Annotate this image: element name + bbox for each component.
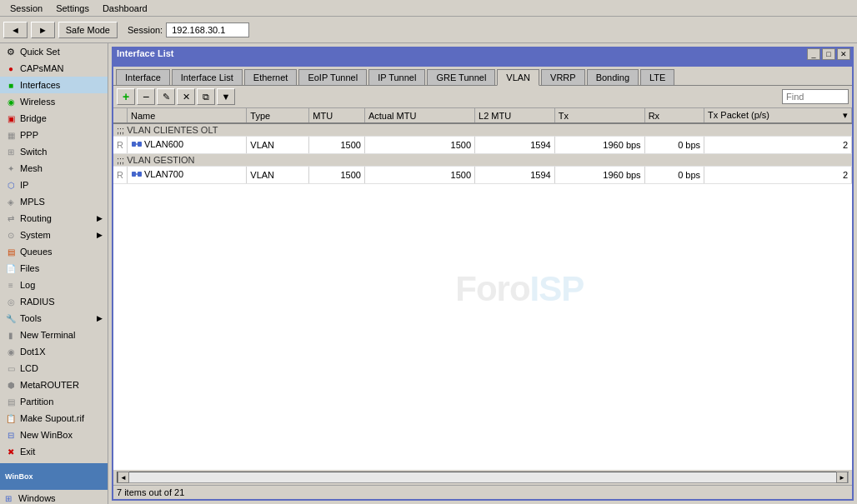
tab-interface-list[interactable]: Interface List: [172, 69, 243, 85]
section-vlan-clientes: ;;; VLAN CLIENTES OLT: [113, 123, 852, 137]
edit-button[interactable]: ✎: [157, 88, 175, 105]
sidebar-item-dot1x[interactable]: ◉ Dot1X: [0, 343, 108, 360]
menu-settings[interactable]: Settings: [49, 2, 96, 15]
col-header-mtu[interactable]: MTU: [309, 108, 365, 123]
sidebar-item-capsman[interactable]: ● CAPsMAN: [0, 60, 108, 77]
sidebar-item-queues[interactable]: ▤ Queues: [0, 243, 108, 260]
menu-dashboard[interactable]: Dashboard: [96, 2, 154, 15]
session-label: Session:: [128, 25, 163, 35]
horizontal-scrollbar[interactable]: ◄ ►: [117, 472, 849, 483]
close-button[interactable]: ✕: [837, 48, 850, 60]
tab-lte[interactable]: LTE: [640, 69, 674, 85]
safe-mode-button[interactable]: Safe Mode: [58, 22, 118, 38]
sidebar-item-metarouter[interactable]: ⬢ MetaROUTER: [0, 377, 108, 393]
session-ip: 192.168.30.1: [166, 22, 249, 37]
col-header-type[interactable]: Type: [247, 108, 309, 123]
delete-button[interactable]: ✕: [177, 88, 195, 105]
row-l2mtu: 1594: [475, 167, 555, 184]
table-toolbar: + − ✎ ✕ ⧉ ▼: [113, 86, 852, 108]
sidebar-item-windows[interactable]: ⊞ Windows: [0, 490, 108, 504]
partition-icon: ▤: [5, 396, 17, 407]
scroll-track[interactable]: [129, 472, 836, 482]
files-icon: 📄: [5, 262, 17, 274]
add-button[interactable]: +: [117, 88, 135, 105]
wireless-icon: ◉: [5, 96, 17, 107]
filter-button[interactable]: ▼: [217, 88, 235, 105]
sidebar-item-bridge[interactable]: ▣ Bridge: [0, 110, 108, 127]
copy-button[interactable]: ⧉: [197, 88, 215, 105]
row-actual-mtu: 1500: [364, 167, 474, 184]
row-txpkt: 2: [704, 137, 852, 154]
col-header-actual-mtu[interactable]: Actual MTU: [364, 108, 474, 123]
mpls-icon: ◈: [5, 196, 17, 207]
vlan-icon: [131, 168, 143, 180]
terminal-icon: ▮: [5, 329, 17, 341]
col-header-name[interactable]: Name: [127, 108, 246, 123]
sidebar-item-ppp[interactable]: ▦ PPP: [0, 127, 108, 143]
sidebar-item-newwinbox[interactable]: ⊟ New WinBox: [0, 427, 108, 443]
tab-eoip-tunnel[interactable]: EoIP Tunnel: [298, 69, 367, 85]
tools-arrow: ▶: [97, 314, 103, 322]
scroll-left-button[interactable]: ◄: [118, 472, 129, 483]
back-button[interactable]: ◄: [3, 22, 28, 38]
sidebar-item-partition[interactable]: ▤ Partition: [0, 393, 108, 410]
sidebar-item-quickset[interactable]: ⚙ Quick Set: [0, 43, 108, 60]
tab-bonding[interactable]: Bonding: [587, 69, 639, 85]
sidebar-item-mesh[interactable]: ✦ Mesh: [0, 160, 108, 177]
log-icon: ≡: [5, 279, 17, 291]
row-rx: 0 bps: [644, 167, 704, 184]
sidebar-item-lcd[interactable]: ▭ LCD: [0, 360, 108, 377]
tab-vrrp[interactable]: VRRP: [541, 69, 585, 85]
gear-icon: ⚙: [5, 46, 17, 57]
find-input[interactable]: [782, 89, 849, 104]
restore-button[interactable]: □: [822, 48, 835, 60]
newwinbox-icon: ⊟: [5, 429, 17, 441]
sidebar-item-interfaces[interactable]: ■ Interfaces: [0, 77, 108, 93]
tab-vlan[interactable]: VLAN: [497, 69, 539, 86]
dot1x-icon: ◉: [5, 346, 17, 357]
tab-interface[interactable]: Interface: [116, 69, 170, 85]
sidebar-item-ip[interactable]: ⬡ IP: [0, 177, 108, 193]
col-header-txpkt[interactable]: Tx Packet (p/s) ▾: [704, 108, 852, 123]
main-toolbar: ◄ ► Safe Mode Session: 192.168.30.1: [0, 17, 857, 43]
forward-button[interactable]: ►: [31, 22, 55, 38]
table-row[interactable]: R VLAN600: [113, 137, 852, 154]
sidebar-item-log[interactable]: ≡ Log: [0, 277, 108, 293]
col-header-flag[interactable]: [113, 108, 127, 123]
remove-button[interactable]: −: [137, 88, 155, 105]
sidebar-item-radius[interactable]: ◎ RADIUS: [0, 293, 108, 310]
sidebar-item-system[interactable]: ⊙ System ▶: [0, 227, 108, 243]
table-row[interactable]: R VLAN700: [113, 167, 852, 184]
ppp-icon: ▦: [5, 129, 17, 141]
routing-arrow: ▶: [97, 214, 103, 222]
sidebar-item-supout[interactable]: 📋 Make Supout.rif: [0, 410, 108, 427]
row-name: VLAN600: [127, 137, 246, 154]
ip-icon: ⬡: [5, 179, 17, 191]
row-name: VLAN700: [127, 167, 246, 184]
minimize-button[interactable]: _: [807, 48, 820, 60]
system-arrow: ▶: [97, 231, 103, 239]
col-header-l2mtu[interactable]: L2 MTU: [475, 108, 555, 123]
tools-icon: 🔧: [5, 312, 17, 324]
tab-ip-tunnel[interactable]: IP Tunnel: [368, 69, 425, 85]
sidebar-item-switch[interactable]: ⊞ Switch: [0, 143, 108, 160]
sidebar-item-exit[interactable]: ✖ Exit: [0, 443, 108, 460]
radius-icon: ◎: [5, 296, 17, 307]
sidebar-item-routing[interactable]: ⇄ Routing ▶: [0, 210, 108, 227]
status-text: 7 items out of 21: [117, 487, 184, 497]
tab-gre-tunnel[interactable]: GRE Tunnel: [427, 69, 495, 85]
sidebar-item-tools[interactable]: 🔧 Tools ▶: [0, 310, 108, 327]
menu-bar: Session Settings Dashboard: [0, 0, 857, 17]
sidebar-item-wireless[interactable]: ◉ Wireless: [0, 93, 108, 110]
vlan-icon: [131, 138, 143, 150]
col-header-rx[interactable]: Rx: [644, 108, 704, 123]
col-header-tx[interactable]: Tx: [554, 108, 644, 123]
interfaces-icon: ■: [5, 79, 17, 91]
menu-session[interactable]: Session: [3, 2, 49, 15]
scroll-right-button[interactable]: ►: [836, 472, 848, 483]
sidebar-item-mpls[interactable]: ◈ MPLS: [0, 193, 108, 210]
sidebar-item-files[interactable]: 📄 Files: [0, 260, 108, 277]
tab-ethernet[interactable]: Ethernet: [244, 69, 298, 85]
capsman-icon: ●: [5, 62, 17, 74]
sidebar-item-newterminal[interactable]: ▮ New Terminal: [0, 327, 108, 343]
